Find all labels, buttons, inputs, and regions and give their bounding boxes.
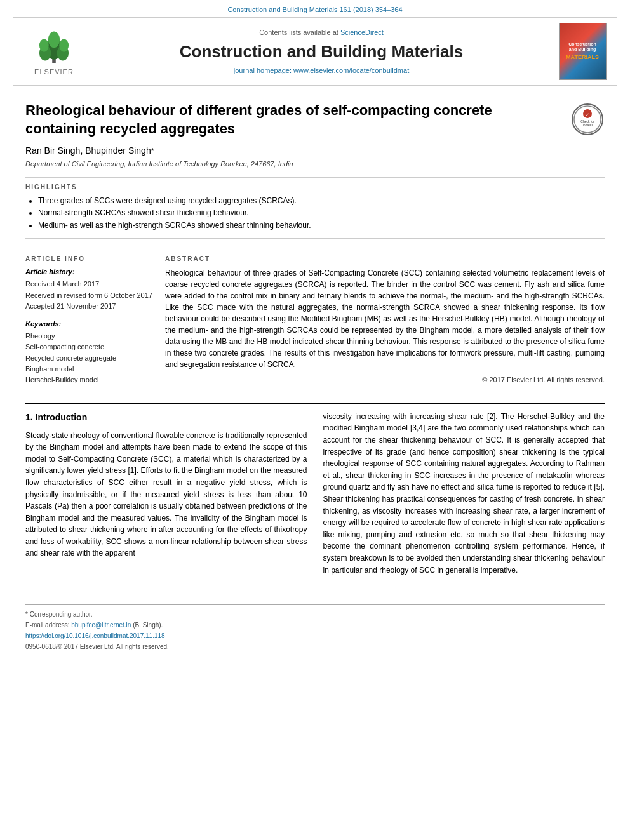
abstract-column: ABSTRACT Rheological behaviour of three … <box>165 255 605 393</box>
highlights-list: Three grades of SCCs were designed using… <box>25 196 605 231</box>
article-history-group: Article history: Received 4 March 2017 R… <box>25 267 152 312</box>
copyright-line: © 2017 Elsevier Ltd. All rights reserved… <box>165 375 605 385</box>
elsevier-tree-icon <box>32 27 76 65</box>
keywords-group: Keywords: Rheology Self-compacting concr… <box>25 319 152 385</box>
intro-paragraph-1: Steady-state rheology of conventional fl… <box>25 430 307 560</box>
check-updates-badge: ✓ Check for updates <box>570 102 605 137</box>
highlight-item: Three grades of SCCs were designed using… <box>38 196 605 206</box>
article-info-label: ARTICLE INFO <box>25 255 152 263</box>
check-updates-circle: ✓ Check for updates <box>572 103 603 135</box>
footer-divider <box>25 604 605 605</box>
keyword-item: Recycled concrete aggregate <box>25 354 152 363</box>
cover-materials-text: MATERIALS <box>566 53 599 62</box>
highlights-section: HIGHLIGHTS Three grades of SCCs were des… <box>25 177 605 239</box>
received-revised-date: Received in revised form 6 October 2017 <box>25 291 152 300</box>
keyword-item: Bingham model <box>25 364 152 374</box>
journal-cover-area: Construction and Building MATERIALS <box>554 23 611 80</box>
cover-title-text: Construction and Building <box>568 42 596 53</box>
highlights-label: HIGHLIGHTS <box>25 183 605 192</box>
intro-paragraph-2: viscosity increasing with increasing she… <box>323 411 605 576</box>
svg-text:updates: updates <box>582 123 593 127</box>
journal-banner: ELSEVIER Contents lists available at Sci… <box>13 17 617 86</box>
footer-email-link[interactable]: bhupifce@iitr.ernet.in <box>71 622 131 629</box>
sciencedirect-line: Contents lists available at ScienceDirec… <box>259 28 384 37</box>
journal-title: Construction and Building Materials <box>180 40 463 63</box>
keywords-list: Rheology Self-compacting concrete Recycl… <box>25 331 152 385</box>
keywords-label: Keywords: <box>25 319 152 329</box>
accepted-date: Accepted 21 November 2017 <box>25 302 152 311</box>
abstract-label: ABSTRACT <box>165 255 605 263</box>
affiliation-line: Department of Civil Engineering, Indian … <box>25 159 605 169</box>
footer-issn: 0950-0618/© 2017 Elsevier Ltd. All right… <box>25 643 605 651</box>
footer-email: E-mail address: bhupifce@iitr.ernet.in (… <box>25 621 605 630</box>
footer-doi: https://doi.org/10.1016/j.conbuildmat.20… <box>25 632 605 641</box>
highlight-item: Medium- as well as the high-strength SCR… <box>38 220 605 231</box>
received-date: Received 4 March 2017 <box>25 279 152 289</box>
journal-cover-image: Construction and Building MATERIALS <box>559 23 607 80</box>
svg-point-6 <box>59 39 69 51</box>
keyword-item: Self-compacting concrete <box>25 342 152 352</box>
authors-line: Ran Bir Singh, Bhupinder Singh* <box>25 145 605 157</box>
journal-citation-header: Construction and Building Materials 161 … <box>0 0 630 17</box>
footer-area: * Corresponding author. E-mail address: … <box>25 594 605 651</box>
elsevier-logo-area: ELSEVIER <box>19 23 89 80</box>
article-title-section: Rheological behaviour of different grade… <box>25 102 605 138</box>
highlight-item: Normal-strength SCRCAs showed shear thic… <box>38 208 605 218</box>
body-section: 1. Introduction Steady-state rheology of… <box>25 403 605 581</box>
body-col-left: 1. Introduction Steady-state rheology of… <box>25 411 307 581</box>
intro-heading: 1. Introduction <box>25 411 307 425</box>
svg-point-5 <box>39 39 49 51</box>
footer-star-note: * Corresponding author. <box>25 610 605 619</box>
svg-text:✓: ✓ <box>586 112 589 116</box>
article-info-column: ARTICLE INFO Article history: Received 4… <box>25 255 152 393</box>
article-title: Rheological behaviour of different grade… <box>25 102 560 138</box>
history-label: Article history: <box>25 267 152 277</box>
abstract-text: Rheological behaviour of three grades of… <box>165 267 605 370</box>
doi-link[interactable]: https://doi.org/10.1016/j.conbuildmat.20… <box>25 632 165 639</box>
elsevier-brand-text: ELSEVIER <box>34 67 74 77</box>
banner-center: Contents lists available at ScienceDirec… <box>89 23 554 80</box>
keyword-item: Herschel-Bulkley model <box>25 375 152 385</box>
svg-point-4 <box>48 31 60 48</box>
info-abstract-section: ARTICLE INFO Article history: Received 4… <box>25 248 605 393</box>
check-updates-icon: ✓ Check for updates <box>573 105 602 134</box>
sciencedirect-link[interactable]: ScienceDirect <box>340 29 384 36</box>
journal-homepage: journal homepage: www.elsevier.com/locat… <box>234 66 409 76</box>
keyword-item: Rheology <box>25 331 152 341</box>
body-two-col: 1. Introduction Steady-state rheology of… <box>25 411 605 581</box>
body-col-right: viscosity increasing with increasing she… <box>323 411 605 581</box>
